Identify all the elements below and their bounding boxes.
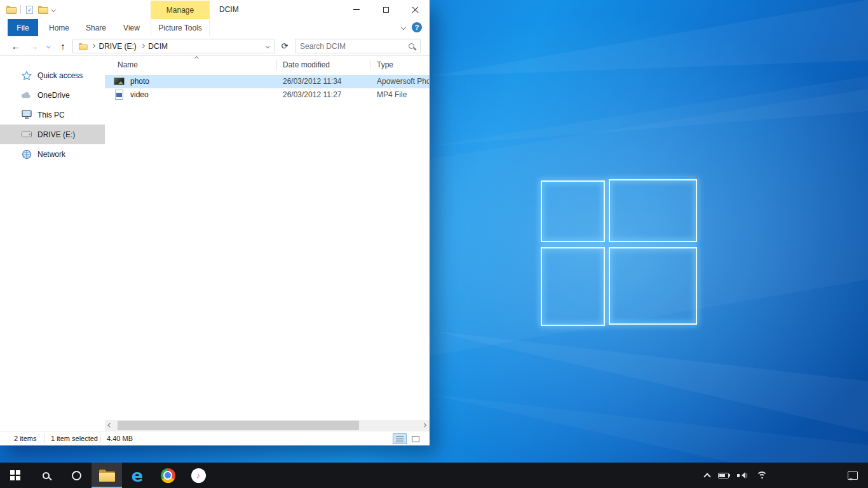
tab-file[interactable]: File	[8, 19, 38, 36]
address-bar[interactable]: DRIVE (E:) DCIM	[72, 39, 275, 53]
system-menu-folder-icon[interactable]	[6, 6, 15, 13]
volume-icon[interactable]	[737, 471, 748, 480]
battery-icon[interactable]	[718, 473, 729, 478]
sidebar-item-network[interactable]: Network	[0, 144, 105, 164]
qat-customize-chevron-icon[interactable]	[51, 8, 55, 11]
file-name: video	[130, 90, 149, 99]
navigation-pane: Quick access OneDrive This PC DRIVE (E:)…	[0, 56, 105, 420]
minimize-icon	[353, 9, 360, 10]
sidebar-item-drive-e[interactable]: DRIVE (E:)	[0, 125, 105, 144]
drive-icon	[21, 129, 32, 140]
scrollbar-thumb[interactable]	[118, 421, 359, 430]
breadcrumb-folder-icon[interactable]	[79, 43, 86, 49]
column-headers: Name Date modified Type	[105, 56, 430, 74]
column-header-date-modified[interactable]: Date modified	[283, 60, 330, 69]
up-button[interactable]	[56, 36, 70, 56]
sort-ascending-icon[interactable]	[194, 57, 198, 60]
status-divider	[100, 434, 101, 443]
taskbar-file-explorer-button[interactable]	[92, 463, 122, 488]
monitor-icon	[21, 109, 32, 120]
search-icon[interactable]	[409, 43, 414, 49]
tab-picture-tools[interactable]: Picture Tools	[151, 19, 210, 36]
column-header-type[interactable]: Type	[377, 60, 393, 69]
sidebar-item-this-pc[interactable]: This PC	[0, 105, 105, 125]
show-hidden-icons-chevron-icon[interactable]	[703, 473, 710, 480]
windows-logo-icon	[10, 470, 21, 481]
star-icon	[21, 70, 32, 81]
breadcrumb-dcim[interactable]: DCIM	[148, 42, 168, 51]
start-button[interactable]	[0, 463, 31, 488]
window-title: DCIM	[219, 0, 239, 19]
chevron-down-icon	[46, 44, 50, 48]
help-button[interactable]	[412, 22, 422, 32]
file-type: Apowersoft Pho	[377, 77, 429, 86]
action-center-icon[interactable]	[848, 471, 858, 480]
file-date-modified: 26/03/2012 11:27	[283, 90, 342, 99]
system-tray	[705, 463, 868, 488]
cortana-ring-icon	[72, 471, 81, 480]
close-icon	[412, 6, 419, 13]
back-button[interactable]	[9, 36, 23, 56]
details-view-icon	[396, 436, 403, 442]
cortana-button[interactable]	[61, 463, 92, 488]
qat-new-folder-icon[interactable]	[38, 6, 47, 13]
sidebar-item-label: OneDrive	[37, 91, 70, 100]
cloud-icon	[21, 90, 32, 100]
search-box[interactable]	[295, 39, 421, 53]
sidebar-item-quick-access[interactable]: Quick access	[0, 65, 105, 85]
status-selection-summary: 1 item selected	[51, 431, 98, 445]
minimize-button[interactable]	[342, 0, 371, 19]
search-input[interactable]	[295, 42, 409, 51]
breadcrumb-chevron-icon[interactable]	[91, 44, 95, 48]
qat-properties-icon[interactable]	[26, 6, 33, 14]
taskbar-search-button[interactable]	[31, 463, 61, 488]
tab-home[interactable]: Home	[44, 19, 74, 36]
refresh-button[interactable]	[277, 39, 292, 53]
close-button[interactable]	[400, 0, 430, 19]
sidebar-item-onedrive[interactable]: OneDrive	[0, 85, 105, 105]
column-separator[interactable]	[370, 60, 371, 70]
sidebar-item-label: Network	[37, 150, 65, 159]
file-row-photo[interactable]: photo 26/03/2012 11:34 Apowersoft Pho	[105, 75, 430, 88]
expand-ribbon-chevron-icon[interactable]	[401, 25, 406, 30]
status-item-count: 2 items	[14, 431, 36, 445]
maximize-button[interactable]	[371, 0, 400, 19]
scroll-right-arrow-icon[interactable]	[419, 420, 430, 431]
taskbar-itunes-button[interactable]	[183, 463, 214, 488]
network-globe-icon	[21, 149, 32, 159]
tab-share[interactable]: Share	[81, 19, 111, 36]
status-bar: 2 items 1 item selected 4.40 MB	[0, 431, 430, 445]
chrome-icon	[161, 468, 175, 483]
scroll-left-arrow-icon[interactable]	[105, 420, 116, 431]
thumbnails-view-button[interactable]	[409, 433, 423, 444]
file-explorer-icon	[99, 470, 115, 482]
file-list: Name Date modified Type photo 26/03/2012…	[105, 56, 430, 420]
taskbar-edge-button[interactable]	[122, 463, 153, 488]
breadcrumb-drive[interactable]: DRIVE (E:)	[99, 42, 137, 51]
recent-locations-button[interactable]	[43, 36, 53, 56]
column-separator[interactable]	[276, 60, 277, 70]
network-icon[interactable]	[756, 471, 768, 480]
file-date-modified: 26/03/2012 11:34	[283, 77, 342, 86]
address-history-chevron-icon[interactable]	[266, 44, 269, 48]
quick-access-toolbar	[6, 0, 55, 19]
file-name: photo	[130, 77, 149, 86]
contextual-tab-group-manage[interactable]: Manage	[151, 1, 210, 19]
photo-file-icon	[114, 78, 125, 85]
sidebar-item-label: This PC	[37, 111, 65, 119]
sidebar-item-label: DRIVE (E:)	[37, 130, 75, 139]
file-explorer-window: Manage DCIM File Home Share View Picture…	[0, 0, 430, 445]
details-view-button[interactable]	[393, 433, 407, 444]
itunes-icon	[191, 468, 206, 483]
forward-button[interactable]	[27, 36, 41, 56]
qat-divider	[20, 5, 21, 14]
taskbar-chrome-button[interactable]	[153, 463, 183, 488]
file-row-video[interactable]: video 26/03/2012 11:27 MP4 File	[105, 88, 430, 102]
tab-view[interactable]: View	[117, 19, 146, 36]
ribbon-tab-row: File Home Share View Picture Tools	[0, 19, 430, 36]
column-header-name[interactable]: Name	[118, 60, 138, 69]
video-file-icon	[115, 90, 123, 100]
horizontal-scrollbar[interactable]	[105, 420, 430, 431]
breadcrumb-chevron-icon[interactable]	[140, 44, 144, 48]
sidebar-item-label: Quick access	[37, 71, 83, 80]
